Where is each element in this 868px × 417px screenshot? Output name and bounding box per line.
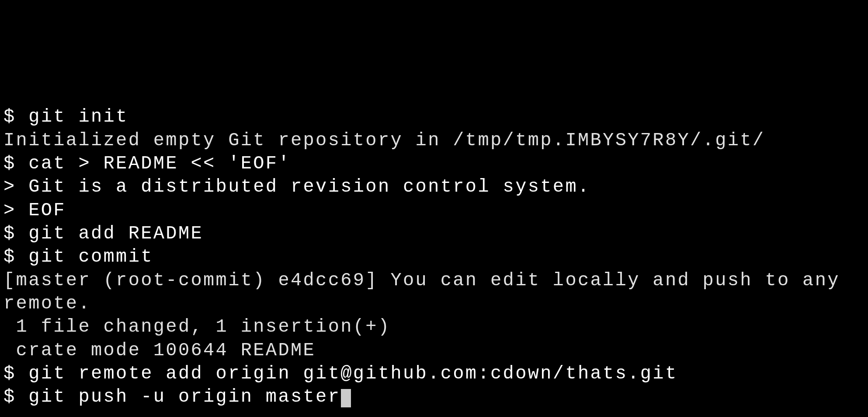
terminal-line-command: $ git add README (3, 222, 865, 245)
terminal-line-command: $ git remote add origin git@github.com:c… (3, 362, 865, 385)
cursor-block-icon (341, 389, 351, 407)
terminal-line-command: $ cat > README << 'EOF' (3, 152, 865, 175)
terminal-window[interactable]: $ git initInitialized empty Git reposito… (3, 105, 865, 409)
terminal-line-command: $ git commit (3, 245, 865, 269)
terminal-line-output: [master (root-commit) e4dcc69] You can e… (3, 269, 865, 316)
terminal-line-heredoc: > EOF (3, 199, 865, 222)
terminal-line-output: Initialized empty Git repository in /tmp… (3, 129, 865, 152)
current-command-text: $ git push -u origin master (3, 386, 340, 407)
terminal-line-heredoc: > Git is a distributed revision control … (3, 175, 865, 199)
terminal-line-output: crate mode 100644 README (3, 339, 865, 362)
terminal-line-current-command[interactable]: $ git push -u origin master (3, 385, 865, 409)
terminal-line-command: $ git init (3, 105, 865, 129)
terminal-line-output: 1 file changed, 1 insertion(+) (3, 315, 865, 339)
